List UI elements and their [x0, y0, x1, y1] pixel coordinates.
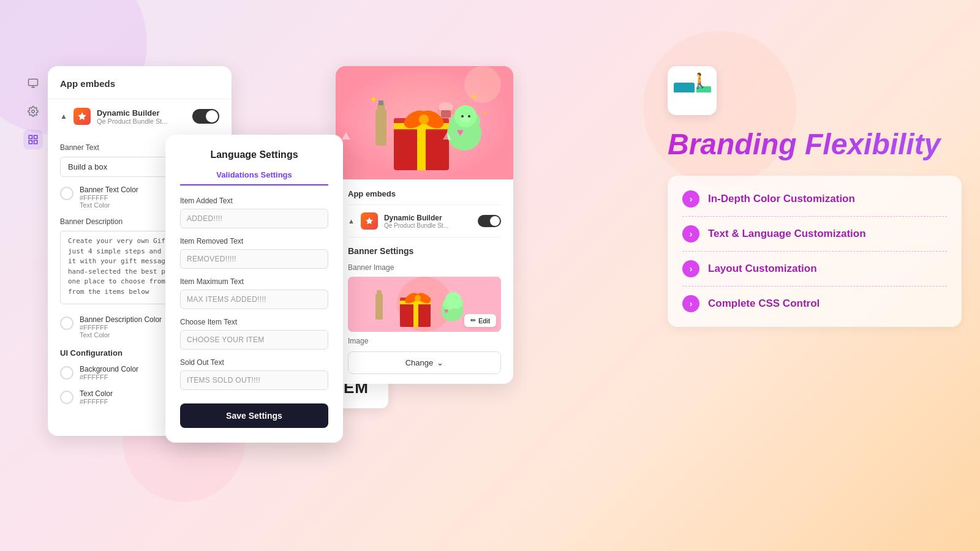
image-label: Image: [348, 337, 501, 345]
app-info: Dynamic Builder Qe Product Bundle St...: [97, 108, 186, 125]
language-settings-modal: Language Settings Validations Settings I…: [165, 135, 343, 443]
bg-color-hex: #FFFFFF: [80, 373, 138, 381]
bg-color-info: Background Color #FFFFFF: [80, 365, 138, 381]
banner-text-color-type: Text Color: [80, 201, 138, 209]
banner-text-color-name: Banner Text Color: [80, 186, 138, 194]
svg-point-1: [32, 110, 35, 113]
sold-out-input[interactable]: [180, 370, 328, 390]
svg-point-21: [461, 115, 464, 118]
middle-chevron: ▲: [348, 217, 355, 225]
branding-title: Branding Flexibility: [668, 127, 962, 161]
svg-point-47: [445, 292, 461, 308]
banner-text-color-swatch[interactable]: [60, 187, 74, 200]
banner-desc-color-hex: #FFFFFF: [80, 324, 162, 331]
svg-text:✦: ✦: [369, 94, 377, 105]
feature-item-1: › Text & Language Customization: [682, 217, 947, 252]
svg-point-15: [419, 114, 429, 124]
svg-text:✦: ✦: [483, 110, 488, 116]
item-added-label: Item Added Text: [180, 197, 328, 205]
middle-app-info: Dynamic Builder Qe Product Bundle St...: [384, 214, 472, 229]
svg-point-8: [464, 66, 501, 103]
svg-rect-32: [441, 110, 451, 118]
text-color-hex: #FFFFFF: [80, 398, 113, 405]
feature-chevron-0: ›: [682, 190, 699, 208]
app-icon-small: [74, 108, 91, 125]
svg-text:♥: ♥: [444, 307, 448, 315]
save-settings-button[interactable]: Save Settings: [180, 403, 328, 428]
svg-rect-2: [29, 135, 32, 138]
toggle-switch[interactable]: [192, 109, 219, 124]
svg-rect-24: [375, 109, 386, 146]
item-added-input[interactable]: [180, 209, 328, 228]
modal-title: Language Settings: [180, 149, 328, 160]
panel-title: App embeds: [60, 78, 115, 89]
banner-settings-title: Banner Settings: [348, 246, 501, 256]
item-max-label: Item Maximum Text: [180, 277, 328, 286]
banner-desc-color-name: Banner Description Color: [80, 315, 162, 324]
chevron-icon: ▲: [60, 112, 67, 121]
bg-color-name: Background Color: [80, 365, 138, 373]
features-card: › In-Depth Color Customization › Text & …: [668, 176, 962, 327]
item-max-input[interactable]: [180, 290, 328, 309]
middle-body: App embeds ▲ Dynamic Builder Qe Product …: [336, 179, 513, 384]
feature-chevron-1: ›: [682, 225, 699, 242]
edit-label: Edit: [478, 317, 490, 324]
brand-logo: 🚶: [668, 66, 717, 115]
item-removed-label: Item Removed Text: [180, 237, 328, 246]
feature-label-3: Complete CSS Control: [708, 298, 820, 310]
banner-image-preview: ♥ ✏ Edit: [348, 277, 501, 332]
sidebar-icon-embed[interactable]: [23, 73, 43, 93]
text-color-info: Text Color #FFFFFF: [80, 389, 113, 405]
svg-rect-50: [377, 290, 382, 296]
sidebar-icons: [18, 66, 48, 157]
sold-out-label: Sold Out Text: [180, 358, 328, 367]
svg-point-43: [415, 295, 421, 301]
middle-app-icon: [361, 212, 378, 230]
feature-label-1: Text & Language Customization: [708, 228, 866, 240]
middle-app-row: ▲ Dynamic Builder Qe Product Bundle St..…: [348, 212, 501, 238]
text-color-swatch[interactable]: [60, 391, 74, 404]
svg-point-22: [468, 115, 470, 118]
modal-tab[interactable]: Validations Settings: [180, 170, 328, 186]
feature-chevron-3: ›: [682, 295, 699, 312]
app-sub: Qe Product Bundle St...: [97, 118, 186, 125]
change-button[interactable]: Change ⌄: [348, 351, 501, 374]
middle-app-sub: Qe Product Bundle St...: [384, 222, 472, 229]
feature-item-2: › Layout Customization: [682, 252, 947, 287]
bg-color-swatch[interactable]: [60, 366, 74, 380]
svg-rect-5: [34, 141, 37, 144]
banner-desc-color-type: Text Color: [80, 331, 162, 339]
app-embeds-label: App embeds: [348, 189, 396, 198]
feature-label-2: Layout Customization: [708, 263, 817, 275]
svg-text:✦: ✦: [470, 92, 478, 102]
banner-desc-color-swatch[interactable]: [60, 317, 74, 330]
banner-text-color-info: Banner Text Color #FFFFFF Text Color: [80, 186, 138, 209]
svg-rect-3: [34, 135, 37, 138]
banner-image-label: Banner Image: [348, 263, 501, 272]
pencil-icon: ✏: [470, 317, 476, 324]
sidebar-icon-settings[interactable]: [23, 102, 43, 121]
feature-label-0: In-Depth Color Customization: [708, 193, 855, 205]
item-removed-input[interactable]: [180, 249, 328, 269]
change-label: Change: [405, 358, 434, 367]
chevron-down-icon: ⌄: [437, 358, 443, 367]
preview-banner: ♥ ✦ ✦ ✦: [336, 66, 513, 179]
banner-text-color-hex: #FFFFFF: [80, 194, 138, 201]
middle-app-name: Dynamic Builder: [384, 214, 472, 222]
edit-button[interactable]: ✏ Edit: [464, 314, 496, 327]
middle-preview-panel: ♥ ✦ ✦ ✦ App embeds ▲: [336, 66, 513, 384]
sidebar-icon-grid[interactable]: [23, 130, 43, 149]
banner-illustration: ♥ ✦ ✦ ✦: [336, 66, 513, 179]
middle-toggle[interactable]: [478, 215, 501, 227]
right-section: 🚶 Branding Flexibility › In-Depth Color …: [668, 66, 962, 327]
svg-rect-4: [29, 141, 32, 144]
svg-rect-26: [379, 100, 383, 105]
choose-item-input[interactable]: [180, 330, 328, 350]
text-color-label: Text Color: [80, 389, 113, 398]
panel-header: App embeds: [48, 78, 232, 99]
app-embed-row: ▲ Dynamic Builder Qe Product Bundle St..…: [48, 99, 232, 133]
feature-chevron-2: ›: [682, 260, 699, 277]
app-name: Dynamic Builder: [97, 108, 186, 118]
app-embeds-header: App embeds: [348, 189, 501, 205]
banner-desc-color-info: Banner Description Color #FFFFFF Text Co…: [80, 315, 162, 339]
